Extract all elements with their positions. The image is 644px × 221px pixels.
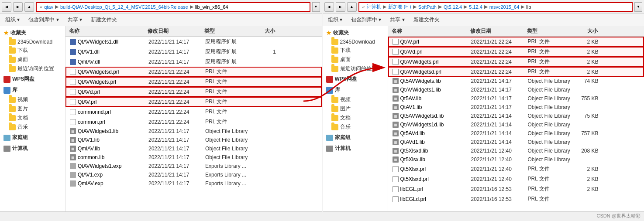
sidebar-item-pictures[interactable]: 图片 — [0, 104, 65, 113]
right-forward-button[interactable]: ► — [336, 2, 345, 12]
table-row[interactable]: QtAV1.dll2022/11/21 14:17应用程序扩展1 — [65, 47, 322, 57]
sidebar-item-video[interactable]: 视频 — [0, 95, 65, 104]
right-sidebar-item-desktop[interactable]: 桌面 — [323, 55, 388, 64]
right-addr-part5[interactable]: 5.12.4 — [469, 4, 482, 10]
left-organize-button[interactable]: 组织 ▾ — [3, 15, 21, 24]
table-row[interactable]: common.prl2022/11/21 22:24PRL 文件 — [65, 117, 322, 127]
left-col-date-header[interactable]: 修改日期 — [146, 27, 203, 35]
right-address-dropdown[interactable]: ▼ — [634, 2, 642, 12]
left-new-folder-button[interactable]: 新建文件夹 — [89, 15, 119, 24]
table-row[interactable]: QtAV.prl2022/11/21 22:24PRL 文件2 KB — [388, 37, 644, 47]
table-row[interactable]: commonnd.prl2022/11/21 22:24PRL 文件 — [65, 107, 322, 117]
right-include-button[interactable]: 包含到库中 ▾ — [349, 15, 383, 24]
table-row[interactable]: Qt5Xlsxd.prl2022/11/21 12:40PRL 文件2 KB — [388, 174, 644, 184]
left-col-size-header[interactable]: 大小 — [251, 27, 277, 35]
right-new-folder-button[interactable]: 新建文件夹 — [412, 15, 441, 24]
right-addr-part3[interactable]: SoftPath — [418, 4, 437, 10]
right-up-button[interactable]: ▲ — [347, 2, 357, 12]
table-row[interactable]: QtAVWidgets1.lib2022/11/21 14:17Object F… — [65, 127, 322, 136]
right-addr-part2[interactable]: 新加卷 (F:) — [388, 3, 411, 10]
right-sidebar-wps-header[interactable]: WPS网盘 — [323, 74, 388, 84]
right-sidebar-item-video[interactable]: 视频 — [323, 95, 388, 104]
left-addr-part3[interactable]: lib_win_x86_64 — [195, 4, 228, 10]
right-sidebar-item-downloads[interactable]: 下载 — [323, 46, 388, 55]
right-sidebar-item-2345[interactable]: 2345Download — [323, 38, 388, 46]
table-row[interactable]: QtAV1.exp2022/11/21 14:17Exports Library… — [65, 170, 322, 179]
right-sidebar-lib-header[interactable]: 库 — [323, 85, 388, 95]
file-date: 2022/11/21 14:14 — [469, 113, 526, 119]
left-include-button[interactable]: 包含到库中 ▾ — [27, 15, 60, 24]
right-sidebar-item-recent[interactable]: 最近访问的位置 — [323, 64, 388, 73]
table-row[interactable]: QtAVd1.lib2022/11/21 14:14Object File Li… — [388, 138, 644, 146]
left-sidebar-lib-header[interactable]: 库 — [0, 85, 65, 95]
table-row[interactable]: QtAVWidgets1.lib2022/11/21 14:17Object F… — [388, 85, 644, 94]
sidebar-item-recent[interactable]: 最近访问的位置 — [0, 64, 65, 73]
right-sidebar-favorites-header[interactable]: ★ 收藏夹 — [323, 28, 388, 38]
right-sidebar-item-documents[interactable]: 文档 — [323, 113, 388, 122]
table-row[interactable]: libEGL.prl2022/11/16 12:53PRL 文件2 KB — [388, 184, 644, 194]
table-row[interactable]: Qt5AV.lib2022/11/21 14:17Object File Lib… — [388, 94, 644, 103]
table-row[interactable]: Qt5AVWidgetsd.lib2022/11/21 14:14Object … — [388, 112, 644, 120]
left-share-button[interactable]: 共享 ▾ — [66, 15, 84, 24]
table-row[interactable]: Qt5Xlsx.lib2022/11/21 12:40Object File L… — [388, 155, 644, 164]
table-row[interactable]: QtAVWidgets.prl2022/11/21 22:24PRL 文件 — [65, 77, 322, 87]
right-col-size-header[interactable]: 大小 — [573, 27, 599, 35]
table-row[interactable]: QtAV1.lib2022/11/21 14:17Object File Lib… — [65, 136, 322, 144]
left-sidebar-homegroup-header[interactable]: 家庭组 — [0, 133, 65, 143]
folder-icon — [9, 97, 16, 103]
left-sidebar-computer-header[interactable]: 计算机 — [0, 143, 65, 153]
sidebar-item-downloads[interactable]: 下载 — [0, 46, 65, 55]
left-addr-part1[interactable]: qtav — [44, 4, 53, 10]
right-sidebar-item-music[interactable]: 音乐 — [323, 122, 388, 132]
table-row[interactable]: QtAV.prl2022/11/21 22:24PRL 文件 — [65, 97, 322, 107]
right-addr-part1[interactable]: 计算机 — [367, 3, 381, 10]
table-row[interactable]: QtAVWidgets.prl2022/11/21 22:24PRL 文件2 K… — [388, 57, 644, 67]
sidebar-item-desktop[interactable]: 桌面 — [0, 55, 65, 64]
right-addr-part4[interactable]: Qt5.12.4 — [444, 4, 462, 10]
table-row[interactable]: QtAVWidgets1.dll2022/11/21 14:17应用程序扩展 — [65, 37, 322, 47]
right-addr-part6[interactable]: msvc2015_64 — [489, 4, 520, 10]
left-address-bar[interactable]: « qtav ▶ build-QtAV-Desktop_Qt_5_12_4_MS… — [36, 2, 310, 12]
table-row[interactable]: QtAVd.prl2022/11/21 22:24PRL 文件 — [65, 87, 322, 97]
table-row[interactable]: libEGLd.prl2022/11/16 12:53PRL 文件 — [388, 194, 644, 204]
table-row[interactable]: Qt5AVd.lib2022/11/21 14:14Object File Li… — [388, 129, 644, 138]
right-sidebar-computer-header[interactable]: 计算机 — [323, 143, 388, 153]
left-up-button[interactable]: ▲ — [24, 2, 34, 12]
file-name-cell: QtAVWidgets.prl — [68, 79, 147, 85]
table-row[interactable]: QtAVWidgetsd.prl2022/11/21 22:24PRL 文件2 … — [388, 67, 644, 77]
sidebar-item-music[interactable]: 音乐 — [0, 122, 65, 132]
table-row[interactable]: QmlAV.exp2022/11/21 14:17Exports Library… — [65, 179, 322, 188]
right-col-name-header[interactable]: 名称 — [390, 27, 468, 35]
table-row[interactable]: Qt5AVWidgets.lib2022/11/21 14:17Object F… — [388, 77, 644, 85]
table-row[interactable]: QtAVWidgets1d.lib2022/11/21 14:14Object … — [388, 120, 644, 129]
computer-icon — [326, 146, 333, 152]
table-row[interactable]: QmlAV.lib2022/11/21 14:17Object File Lib… — [65, 144, 322, 153]
left-col-name-header[interactable]: 名称 — [67, 27, 146, 35]
left-forward-button[interactable]: ► — [13, 2, 23, 12]
table-row[interactable]: QtAVWidgetsd.prl2022/11/21 22:24PRL 文件 — [65, 67, 322, 77]
right-addr-part7[interactable]: lib — [526, 4, 531, 10]
left-back-button[interactable]: ◄ — [2, 2, 11, 12]
sidebar-item-documents[interactable]: 文档 — [0, 113, 65, 122]
table-row[interactable]: QtAVWidgets1.exp2022/11/21 14:17Exports … — [65, 162, 322, 170]
table-row[interactable]: Qt5Xlsx.prl2022/11/21 12:40PRL 文件2 KB — [388, 164, 644, 174]
right-organize-button[interactable]: 组织 ▾ — [326, 15, 344, 24]
right-col-type-header[interactable]: 类型 — [525, 27, 573, 35]
left-col-type-header[interactable]: 类型 — [203, 27, 251, 35]
sidebar-item-2345downloads[interactable]: 2345Download — [0, 38, 65, 46]
left-sidebar-wps-header[interactable]: WPS网盘 — [0, 74, 65, 84]
left-address-dropdown[interactable]: ▼ — [312, 2, 320, 12]
right-sidebar-homegroup-header[interactable]: 家庭组 — [323, 133, 388, 143]
table-row[interactable]: QmlAV.dll2022/11/21 14:17应用程序扩展 — [65, 57, 322, 67]
table-row[interactable]: Qt5Xlsxd.lib2022/11/21 12:40Object File … — [388, 146, 644, 155]
right-col-date-header[interactable]: 修改日期 — [468, 27, 525, 35]
right-back-button[interactable]: ◄ — [324, 2, 334, 12]
left-sidebar-favorites-header[interactable]: ★ 收藏夹 — [0, 28, 65, 38]
left-addr-part2[interactable]: build-QtAV-Desktop_Qt_5_12_4_MSVC2015_64… — [60, 4, 188, 10]
table-row[interactable]: QtAVd.prl2022/11/21 22:24PRL 文件2 KB — [388, 47, 644, 57]
right-address-bar[interactable]: « 计算机 ▶ 新加卷 (F:) ▶ SoftPath ▶ Qt5.12.4 ▶… — [358, 2, 633, 12]
table-row[interactable]: common.lib2022/11/21 14:17Object File Li… — [65, 153, 322, 162]
right-sidebar-item-pictures[interactable]: 图片 — [323, 104, 388, 113]
right-share-button[interactable]: 共享 ▾ — [388, 15, 406, 24]
table-row[interactable]: QtAV1.lib2022/11/21 14:17Object File Lib… — [388, 103, 644, 112]
